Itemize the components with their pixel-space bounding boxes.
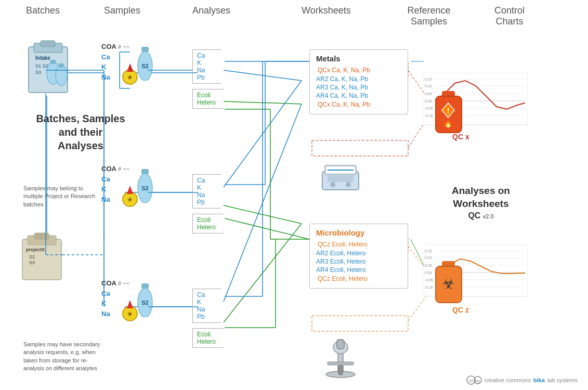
svg-rect-71 [337,340,344,349]
svg-line-8 [224,81,302,187]
svg-rect-72 [338,366,343,375]
svg-text:0.05: 0.05 [425,264,432,267]
svg-text:★: ★ [127,310,133,318]
svg-text:Intake: Intake [35,55,50,61]
scanner-icon [320,161,361,194]
svg-line-11 [224,104,302,302]
footer: cc by creative commons bika lab systems [466,375,578,385]
svg-rect-65 [328,176,354,182]
ws-micro-qcz1: QCz Ecoli, Hetero [316,240,401,249]
ws-micro-ar3: AR3 Ecoli, Hetero [316,258,401,265]
hazard-bottle-orange: ☣ [432,258,465,307]
svg-text:projectX: projectX [26,247,45,252]
note1: Samples may belong to multiple Project o… [23,185,99,209]
ws-micro-ar2: AR2 Ecoli, Hetero [316,250,401,257]
svg-line-5 [224,70,302,81]
svg-rect-33 [50,60,56,64]
svg-text:0.15: 0.15 [425,77,432,81]
footer-license: creative commons [485,377,531,383]
svg-text:S2: S2 [141,63,148,69]
ws-metals-ar4: AR4 Ca, K, Na, Pb [316,92,401,99]
svg-marker-51 [127,186,133,194]
worksheet-microbiology: Microbiology QCz Ecoli, Hetero AR2 Ecoli… [309,224,408,289]
header-control: ControlCharts [484,5,535,27]
header-analyses: Analyses [192,5,230,16]
svg-text:!: ! [447,107,450,115]
svg-text:0.10: 0.10 [425,84,432,88]
svg-text:0.05: 0.05 [425,92,432,96]
svg-rect-38 [34,233,49,239]
ws-micro-ar4: AR4 Ecoli, Hetero [316,266,401,274]
svg-line-9 [224,205,302,224]
svg-line-12 [224,224,302,322]
footer-suffix: lab systems [547,377,578,383]
svg-text:S2: S2 [141,185,148,191]
worksheet-micro-title: Microbiology [316,228,401,237]
svg-text:S2: S2 [141,300,148,306]
ws-micro-qcz2: QCz Ecoli, Hetero [316,275,401,283]
svg-text:by: by [475,379,479,383]
svg-rect-14 [312,140,408,156]
svg-text:cc: cc [468,378,474,383]
svg-text:☣: ☣ [442,276,455,292]
main-container: Batches Samples Analyses Worksheets Refe… [0,0,588,390]
svg-text:0.15: 0.15 [425,249,432,253]
svg-text:S3: S3 [35,70,41,75]
note2: Samples may have secondary analysis requ… [23,341,104,373]
footer-brand: bika [533,377,545,383]
sample2-group: COA # ~~ Ca K Na ★ S2 [101,164,129,204]
svg-text:🔥: 🔥 [443,118,453,128]
svg-line-133 [411,239,424,265]
header-worksheets: Worksheets [302,5,351,16]
svg-text:★: ★ [127,196,133,203]
svg-line-6 [224,101,302,104]
svg-rect-28 [41,41,55,47]
analysis-group2: CaKNaPb EcoliHetero [192,174,224,233]
svg-line-127 [225,218,309,239]
ws-metals-qcx1: QCx Ca, K, Na, Pb [316,66,401,74]
svg-point-66 [330,182,335,187]
ws-metals-ar3: AR3 Ca, K, Na, Pb [316,84,401,91]
qcz-label: QC z [452,306,469,314]
svg-rect-73 [328,362,354,365]
qcx-label: QC x [452,133,469,141]
svg-text:0.00: 0.00 [425,99,432,103]
svg-rect-18 [312,316,408,331]
section-label-batches: Batches, Samples and theirAnalyses [26,112,135,152]
svg-point-67 [346,182,351,187]
analysis-group1: CaKNaPb EcoliHetero [192,49,224,109]
header-reference: ReferenceSamples [400,5,458,27]
microscope-icon [322,337,359,380]
svg-text:S3: S3 [29,260,35,265]
svg-text:0.00: 0.00 [425,271,432,275]
ws-metals-qcx2: QCx Ca, K, Na, Pb [316,100,401,109]
svg-marker-57 [127,300,133,308]
hazard-bottle-red: ! 🔥 [432,88,465,137]
sample3-group: COA # ~~ Ca K Na ★ S2 [101,278,129,319]
batch2-clipboard: projectX S2 S3 [20,231,67,285]
worksheet-metals: Metals QCx Ca, K, Na, Pb AR2 Ca, K, Na, … [309,49,408,114]
svg-text:S1 S2: S1 S2 [35,63,48,69]
svg-text:S2: S2 [29,254,35,259]
analyses-on-worksheets-label: Analyses on Worksheets QC v2.0 [429,185,533,220]
svg-text:★: ★ [127,73,133,81]
analysis-group3: CaKNaPb EcoliHetero [192,289,224,348]
batch1-clipboard: Intake S1 S2 S3 [26,39,73,98]
svg-point-34 [56,65,67,86]
header-samples: Samples [104,5,140,16]
ws-metals-ar2: AR2 Ca, K, Na, Pb [316,75,401,83]
worksheet-metals-title: Metals [316,54,401,63]
svg-text:0.10: 0.10 [425,256,432,259]
header-batches: Batches [26,5,60,16]
svg-rect-35 [59,63,64,68]
sample1-group: COA # ~~ Ca K Na ★ S2 [101,42,129,82]
